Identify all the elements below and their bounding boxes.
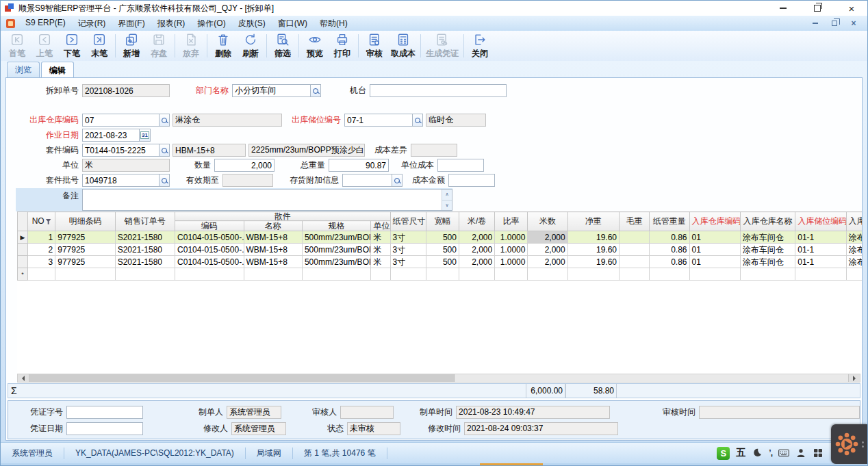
- grid-cell[interactable]: [795, 268, 846, 281]
- col-header-3[interactable]: 编码: [175, 221, 244, 231]
- grid-cell[interactable]: WBM-15+8: [244, 231, 302, 244]
- grid-cell[interactable]: 0.86: [650, 256, 689, 268]
- grid-cell[interactable]: C0104-015-0500-...: [175, 256, 244, 268]
- qty-field[interactable]: 2,000: [214, 159, 275, 172]
- work-date-field[interactable]: 2021-08-23: [82, 129, 140, 142]
- dept-field[interactable]: 小分切车间: [232, 84, 311, 97]
- grid-row-0[interactable]: ▶1977925S2021-1580C0104-015-0500-...WBM-…: [18, 231, 863, 244]
- widget-menu-icon[interactable]: [862, 441, 864, 448]
- col-header-14[interactable]: 纸管重量: [650, 212, 689, 231]
- remark-spinner[interactable]: ∧∨: [442, 190, 452, 210]
- grid-cell[interactable]: S2021-1580: [115, 244, 175, 256]
- grid-cell[interactable]: 米: [371, 244, 390, 256]
- grid-cell[interactable]: 500mm/23um/BOPP...: [302, 244, 370, 256]
- grid-cell[interactable]: [495, 268, 528, 281]
- scroll-right-button[interactable]: [848, 374, 860, 382]
- grid-cell[interactable]: 3: [28, 256, 55, 268]
- spin-up-icon[interactable]: ∧: [442, 190, 452, 200]
- grid-cell[interactable]: 3寸: [390, 256, 426, 268]
- grid-cell[interactable]: 3寸: [390, 231, 426, 244]
- grid-cell[interactable]: [620, 231, 650, 244]
- grid-cell[interactable]: 500: [426, 256, 459, 268]
- grid-cell[interactable]: 977925: [55, 244, 115, 256]
- out-wh-lookup-button[interactable]: [159, 114, 170, 127]
- grid-cell[interactable]: [459, 268, 494, 281]
- grid-cell[interactable]: 01: [689, 231, 740, 244]
- grid-cell[interactable]: [567, 268, 619, 281]
- menu-item-4[interactable]: 操作(O): [191, 16, 231, 31]
- grid-cell[interactable]: 涂布车间仓: [740, 256, 795, 268]
- voucher-no-field[interactable]: [66, 406, 143, 419]
- grid-cell[interactable]: 0.86: [650, 231, 689, 244]
- grid-cell[interactable]: 1: [28, 231, 55, 244]
- grid-cell[interactable]: 2: [28, 244, 55, 256]
- grid-cell[interactable]: 500: [426, 231, 459, 244]
- col-header-7[interactable]: 纸管尺寸: [390, 212, 426, 231]
- calendar-button[interactable]: [140, 129, 151, 142]
- out-wh-code-field[interactable]: 07: [82, 114, 159, 127]
- grid-cell[interactable]: [620, 256, 650, 268]
- machine-field[interactable]: [370, 84, 507, 97]
- grid-cell[interactable]: WBM-15+8: [244, 256, 302, 268]
- col-header-13[interactable]: 毛重: [620, 212, 650, 231]
- cost-amount-field[interactable]: [448, 174, 495, 187]
- spin-down-icon[interactable]: ∨: [442, 200, 452, 211]
- dept-lookup-button[interactable]: [311, 84, 321, 97]
- window-minimize-button[interactable]: [771, 1, 795, 15]
- grid-cell[interactable]: 2,000: [459, 244, 494, 256]
- col-header-17[interactable]: 入库储位编码: [795, 212, 846, 231]
- menu-item-2[interactable]: 界面(F): [112, 16, 151, 31]
- grid-cell[interactable]: [28, 268, 55, 281]
- grid-cell[interactable]: 涂布车间仓: [740, 244, 795, 256]
- col-header-11[interactable]: 米数: [528, 212, 567, 231]
- col-header-0[interactable]: NO: [28, 212, 55, 231]
- assistant-widget[interactable]: [831, 424, 867, 464]
- grid-cell[interactable]: C0104-015-0500-...: [175, 244, 244, 256]
- punctuation-mode-icon[interactable]: ’,: [769, 448, 772, 458]
- grid-cell[interactable]: 500mm/23um/BOPP...: [302, 256, 370, 268]
- col-header-1[interactable]: 明细条码: [55, 212, 115, 231]
- filter-icon[interactable]: [46, 219, 51, 224]
- grid-cell[interactable]: 1.0000: [495, 244, 528, 256]
- grid-cell[interactable]: [115, 268, 175, 281]
- menu-item-7[interactable]: 帮助(H): [314, 16, 354, 31]
- grid-cell[interactable]: 19.60: [567, 231, 619, 244]
- mdi-minimize-button[interactable]: [810, 18, 821, 28]
- sogou-input-icon[interactable]: S: [717, 447, 730, 460]
- col-header-8[interactable]: 宽幅: [426, 212, 459, 231]
- refresh-button[interactable]: 刷新: [237, 31, 264, 60]
- grid-cell[interactable]: [620, 244, 650, 256]
- grid-cell[interactable]: 0.86: [650, 244, 689, 256]
- audit-button[interactable]: 审核: [361, 31, 388, 60]
- new-button[interactable]: 新增: [118, 31, 145, 60]
- kit-batch-field[interactable]: 1049718: [82, 174, 159, 187]
- preview-button[interactable]: 预览: [301, 31, 329, 60]
- grid-cell[interactable]: [426, 268, 459, 281]
- user-icon[interactable]: [795, 448, 806, 458]
- grid-cell[interactable]: [528, 268, 567, 281]
- grid-cell[interactable]: 977925: [55, 256, 115, 268]
- grid-cell[interactable]: [620, 268, 650, 281]
- grid-hscrollbar[interactable]: [17, 374, 860, 383]
- col-header-15[interactable]: 入库仓库编码: [689, 212, 740, 231]
- col-header-18[interactable]: 入库储位名称: [846, 212, 862, 231]
- grid-row-2[interactable]: 3977925S2021-1580C0104-015-0500-...WBM-1…: [18, 256, 863, 268]
- grid-cell[interactable]: [55, 268, 115, 281]
- grid-cell[interactable]: [740, 268, 795, 281]
- grid-cell[interactable]: 3寸: [390, 244, 426, 256]
- grid-cell[interactable]: [689, 268, 740, 281]
- window-close-button[interactable]: ×: [840, 1, 863, 15]
- out-loc-lookup-button[interactable]: [413, 114, 423, 127]
- tab-edit[interactable]: 编辑: [41, 62, 74, 78]
- grid-cell[interactable]: 1.0000: [495, 231, 528, 244]
- menu-item-0[interactable]: S9 ERP(E): [19, 16, 72, 31]
- scroll-left-button[interactable]: [18, 374, 29, 382]
- grid-cell[interactable]: [371, 268, 390, 281]
- inv-extra-lookup-button[interactable]: [392, 174, 403, 187]
- menu-item-5[interactable]: 皮肤(S): [232, 16, 272, 31]
- grid-cell[interactable]: 01-1: [795, 231, 846, 244]
- col-header-10[interactable]: 比率: [495, 212, 528, 231]
- grid-cell[interactable]: 2,000: [459, 231, 494, 244]
- print-button[interactable]: 打印: [329, 31, 356, 60]
- fetch-cost-button[interactable]: 取成本: [388, 31, 418, 60]
